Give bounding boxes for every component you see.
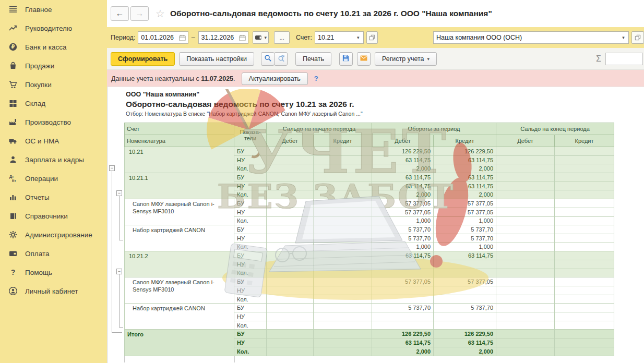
value-cell[interactable]	[496, 260, 555, 269]
value-cell[interactable]: 57 377,05	[434, 199, 496, 208]
value-cell[interactable]	[314, 182, 372, 190]
value-cell[interactable]	[555, 173, 614, 182]
date-to-input[interactable]	[199, 32, 237, 43]
indicator-cell[interactable]: БУ	[234, 147, 267, 156]
value-cell[interactable]	[372, 295, 434, 304]
report-row[interactable]: ИтогоБУ126 229,50126 229,50	[125, 330, 614, 338]
value-cell[interactable]	[314, 225, 372, 234]
collapse-toggle[interactable]: −	[109, 165, 115, 171]
row-name-cell[interactable]: 10.21.2	[125, 251, 234, 277]
sidebar-item-administration[interactable]: Администрирование	[0, 225, 107, 244]
value-cell[interactable]: 63 114,75	[434, 251, 496, 260]
actualize-button[interactable]: Актуализировать	[242, 72, 308, 85]
value-cell[interactable]	[372, 312, 434, 321]
indicator-cell[interactable]: БУ	[234, 330, 267, 338]
indicator-cell[interactable]: БУ	[234, 225, 267, 234]
value-cell[interactable]	[267, 269, 314, 277]
sidebar-item-manager[interactable]: Руководителю	[0, 19, 107, 38]
indicator-cell[interactable]: НУ	[234, 338, 267, 347]
value-cell[interactable]	[314, 286, 372, 295]
indicator-cell[interactable]: Кол.	[234, 321, 267, 330]
value-cell[interactable]	[555, 208, 614, 216]
value-cell[interactable]: 1,000	[372, 216, 434, 225]
account-open-button[interactable]	[366, 31, 378, 44]
chevron-down-icon[interactable]: ▾	[353, 32, 363, 43]
value-cell[interactable]: 126 229,50	[434, 147, 496, 156]
value-cell[interactable]	[267, 330, 314, 338]
organization-field[interactable]: ▾	[433, 31, 629, 44]
indicator-cell[interactable]: БУ	[234, 304, 267, 312]
value-cell[interactable]: 5 737,70	[434, 234, 496, 243]
value-cell[interactable]: 1,000	[372, 243, 434, 251]
sidebar-item-directories[interactable]: Справочники	[0, 207, 107, 225]
value-cell[interactable]	[267, 304, 314, 312]
value-cell[interactable]	[496, 321, 555, 330]
sidebar-item-assets[interactable]: ОС и НМА	[0, 131, 107, 150]
row-name-cell[interactable]: Набор картриджей CANON	[125, 304, 234, 330]
value-cell[interactable]: 57 377,05	[434, 208, 496, 216]
sum-input[interactable]	[605, 53, 643, 65]
value-cell[interactable]	[267, 199, 314, 208]
value-cell[interactable]	[434, 286, 496, 295]
value-cell[interactable]	[496, 243, 555, 251]
value-cell[interactable]	[555, 312, 614, 321]
value-cell[interactable]: 2,000	[434, 347, 496, 356]
value-cell[interactable]	[314, 295, 372, 304]
value-cell[interactable]	[434, 260, 496, 269]
value-cell[interactable]: 63 114,75	[372, 173, 434, 182]
organization-open-button[interactable]	[631, 31, 644, 44]
indicator-cell[interactable]: Кол.	[234, 164, 267, 173]
value-cell[interactable]	[314, 173, 372, 182]
value-cell[interactable]	[267, 234, 314, 243]
value-cell[interactable]	[372, 321, 434, 330]
value-cell[interactable]	[496, 208, 555, 216]
save-button[interactable]	[339, 52, 353, 66]
value-cell[interactable]	[496, 147, 555, 156]
value-cell[interactable]	[555, 199, 614, 208]
value-cell[interactable]	[496, 269, 555, 277]
print-button[interactable]: Печать	[295, 52, 331, 66]
value-cell[interactable]	[434, 295, 496, 304]
chevron-down-icon[interactable]: ▾	[618, 32, 628, 43]
sidebar-item-purchases[interactable]: Покупки	[0, 75, 107, 94]
report-row[interactable]: Canon МФУ лазерный Canon i-Sensys MF3010…	[125, 199, 614, 208]
show-settings-button[interactable]: Показать настройки	[179, 52, 254, 66]
value-cell[interactable]	[555, 338, 614, 347]
value-cell[interactable]: 57 377,05	[372, 199, 434, 208]
value-cell[interactable]	[496, 234, 555, 243]
sidebar-item-warehouse[interactable]: Склад	[0, 94, 107, 113]
indicator-cell[interactable]: Кол.	[234, 243, 267, 251]
row-name-cell[interactable]: Canon МФУ лазерный Canon i-Sensys MF3010	[125, 199, 234, 225]
value-cell[interactable]: 2,000	[372, 190, 434, 199]
value-cell[interactable]	[496, 199, 555, 208]
value-cell[interactable]	[314, 321, 372, 330]
value-cell[interactable]	[372, 260, 434, 269]
value-cell[interactable]	[314, 234, 372, 243]
value-cell[interactable]	[496, 164, 555, 173]
value-cell[interactable]	[267, 225, 314, 234]
value-cell[interactable]: 1,000	[434, 216, 496, 225]
value-cell[interactable]	[314, 155, 372, 164]
value-cell[interactable]: 57 377,05	[372, 208, 434, 216]
value-cell[interactable]	[314, 269, 372, 277]
indicator-cell[interactable]: БУ	[234, 277, 267, 286]
value-cell[interactable]: 5 737,70	[372, 225, 434, 234]
report-row[interactable]: Набор картриджей CANONБУ5 737,705 737,70	[125, 225, 614, 234]
indicator-cell[interactable]: Кол.	[234, 347, 267, 356]
value-cell[interactable]	[267, 312, 314, 321]
indicator-cell[interactable]: НУ	[234, 260, 267, 269]
value-cell[interactable]	[267, 190, 314, 199]
date-to-field[interactable]	[198, 31, 248, 44]
value-cell[interactable]: 63 114,75	[372, 338, 434, 347]
value-cell[interactable]	[496, 286, 555, 295]
value-cell[interactable]	[267, 251, 314, 260]
value-cell[interactable]	[314, 312, 372, 321]
value-cell[interactable]	[555, 234, 614, 243]
value-cell[interactable]	[496, 277, 555, 286]
email-button[interactable]	[357, 52, 371, 66]
account-field[interactable]: ▾	[315, 31, 364, 44]
value-cell[interactable]	[496, 338, 555, 347]
value-cell[interactable]	[314, 208, 372, 216]
value-cell[interactable]	[434, 312, 496, 321]
value-cell[interactable]	[372, 286, 434, 295]
